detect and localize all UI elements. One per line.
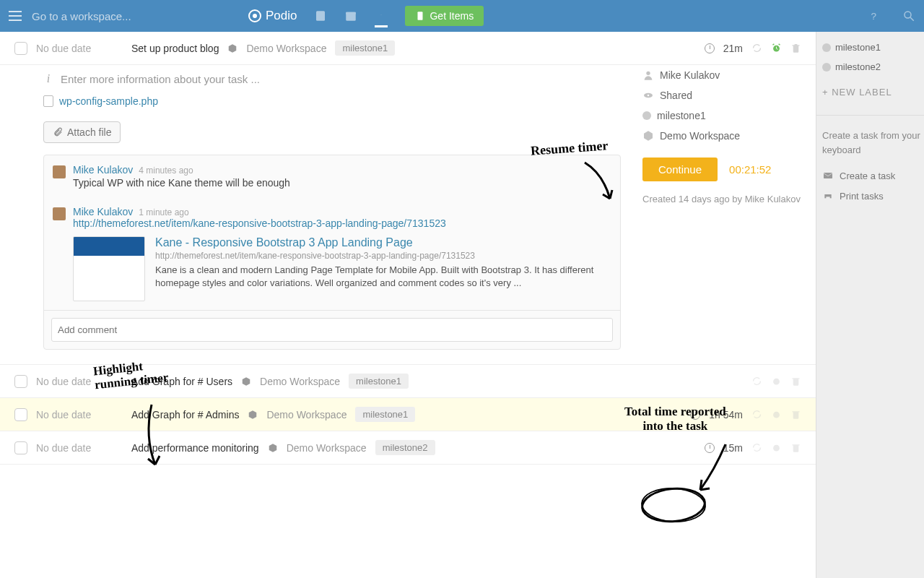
menu-icon[interactable] (9, 11, 22, 21)
task-tag[interactable]: milestone1 (355, 407, 415, 422)
get-items-button[interactable]: Get Items (405, 6, 484, 26)
contacts-icon[interactable] (314, 9, 327, 22)
comments-list: Mike Kulakov 4 minutes ago Typical WP wi… (43, 155, 621, 350)
task-row[interactable]: No due date Add performance monitoring D… (0, 431, 816, 465)
calendar-icon[interactable] (344, 9, 357, 22)
workspace-search[interactable]: Go to a workspace... (32, 10, 219, 22)
label-dot-icon (642, 111, 651, 120)
envelope-icon (822, 170, 834, 181)
comment-author[interactable]: Mike Kulakov (73, 206, 133, 217)
attach-file-button[interactable]: Attach file (43, 121, 121, 143)
sidebar: milestone1 milestone2 + NEW LABEL Create… (816, 32, 924, 578)
task-row[interactable]: No due date Add Graph for # Users Demo W… (0, 365, 816, 398)
preview-url: http://themeforest.net/item/kane-respons… (155, 249, 611, 264)
svg-line-10 (779, 44, 780, 45)
comment-text: Typical WP with nice Kane theme will be … (73, 176, 611, 189)
workspace-name: Demo Workspace (246, 43, 326, 54)
trash-icon[interactable] (790, 442, 801, 453)
comment-time: 1 minute ago (139, 207, 188, 217)
avatar (53, 207, 66, 220)
task-checkbox[interactable] (14, 441, 27, 454)
timer-value: 00:21:52 (729, 163, 771, 176)
task-tag[interactable]: milestone2 (375, 440, 435, 455)
workspace-icon (642, 130, 654, 142)
add-comment-row (44, 310, 620, 349)
workspace-icon (248, 410, 258, 420)
svg-line-7 (910, 17, 914, 21)
svg-point-11 (646, 72, 650, 75)
meta-workspace: Demo Workspace (642, 126, 801, 146)
preview-thumbnail (73, 236, 145, 301)
task-tag[interactable]: milestone1 (335, 40, 395, 56)
workspace-icon (241, 376, 251, 387)
sidebar-label[interactable]: milestone1 (822, 38, 924, 57)
alarm-icon[interactable] (771, 442, 782, 453)
trash-icon[interactable] (790, 43, 801, 53)
comment-author[interactable]: Mike Kulakov (73, 164, 133, 176)
svg-rect-0 (316, 11, 325, 21)
avatar (53, 165, 66, 178)
refresh-icon[interactable] (751, 43, 762, 53)
alarm-icon[interactable] (771, 409, 782, 420)
alarm-icon[interactable] (771, 43, 782, 53)
due-date: No due date (36, 376, 123, 387)
alarm-icon[interactable] (771, 376, 782, 387)
task-checkbox[interactable] (14, 375, 27, 388)
clock-icon (690, 410, 700, 420)
comment: Mike Kulakov 4 minutes ago Typical WP wi… (44, 155, 620, 197)
time-value: 15m (723, 442, 743, 454)
info-icon: i (43, 72, 53, 85)
create-task-link[interactable]: Create a task (822, 165, 924, 186)
podio-ring-icon (248, 9, 261, 22)
help-icon[interactable]: ? (868, 9, 881, 22)
trash-icon[interactable] (790, 409, 801, 420)
task-checkbox[interactable] (14, 42, 27, 55)
topbar: Go to a workspace... Podio Get Items ? (0, 0, 924, 32)
person-icon (642, 69, 654, 81)
task-title: Add Graph for # Admins (131, 409, 239, 420)
task-tag[interactable]: milestone1 (349, 374, 409, 389)
due-date: No due date (36, 409, 123, 420)
get-items-label: Get Items (430, 10, 474, 22)
workspace-icon (227, 43, 237, 53)
task-info-input[interactable]: i Enter more information about your task… (43, 65, 621, 92)
eye-icon (642, 90, 654, 101)
continue-button[interactable]: Continue (642, 158, 718, 181)
task-row[interactable]: No due date Add Graph for # Admins Demo … (0, 398, 816, 431)
svg-line-9 (773, 44, 775, 45)
new-label-button[interactable]: + NEW LABEL (822, 77, 924, 112)
attached-file[interactable]: wp-config-sample.php (43, 92, 621, 117)
preview-title: Kane - Responsive Bootstrap 3 App Landin… (155, 236, 611, 249)
comment-link[interactable]: http://themeforest.net/item/kane-respons… (73, 217, 611, 229)
svg-rect-4 (418, 12, 423, 20)
meta-user: Mike Kulakov (642, 65, 801, 85)
refresh-icon[interactable] (751, 442, 762, 453)
meta-shared: Shared (642, 85, 801, 105)
task-title: Add performance monitoring (131, 442, 259, 454)
add-comment-input[interactable] (51, 318, 613, 342)
due-date: No due date (36, 442, 123, 454)
printer-icon (822, 190, 834, 202)
sidebar-label[interactable]: milestone2 (822, 57, 924, 77)
svg-rect-20 (826, 197, 829, 199)
tasks-icon[interactable] (375, 14, 388, 27)
link-preview[interactable]: Kane - Responsive Bootstrap 3 App Landin… (73, 229, 611, 301)
search-icon[interactable] (902, 9, 915, 22)
svg-point-14 (773, 379, 780, 385)
refresh-icon[interactable] (751, 376, 762, 387)
task-checkbox[interactable] (14, 408, 27, 421)
workspace-name: Demo Workspace (260, 376, 340, 387)
podio-logo[interactable]: Podio (248, 9, 297, 23)
meta-label: milestone1 (642, 105, 801, 126)
refresh-icon[interactable] (751, 409, 762, 420)
task-row[interactable]: No due date Set up product blog Demo Wor… (0, 32, 816, 65)
paperclip-icon (53, 127, 63, 137)
task-title: Set up product blog (131, 43, 219, 54)
svg-rect-2 (346, 12, 357, 14)
svg-rect-19 (826, 192, 829, 194)
time-value: 1h 54m (709, 409, 743, 420)
file-icon (43, 95, 53, 107)
svg-point-13 (648, 95, 650, 97)
trash-icon[interactable] (790, 376, 801, 387)
print-tasks-link[interactable]: Print tasks (822, 186, 924, 206)
